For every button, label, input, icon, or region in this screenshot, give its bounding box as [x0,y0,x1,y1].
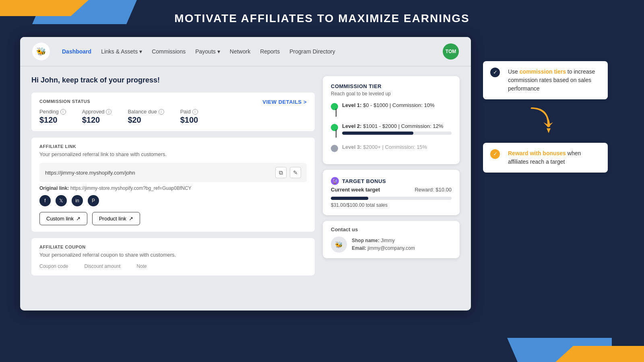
affiliate-link-box: https://jimmy-store.myshopify.com/john ⧉… [39,163,307,182]
check-icon-tiers: ✓ [490,68,500,77]
coupon-table-header: Coupon code Discount amount Note [39,263,307,269]
product-link-button[interactable]: Product link ↗ [92,212,140,225]
twitter-icon[interactable]: 𝕏 [56,195,67,206]
affiliate-coupon-card: AFFILIATE COUPON Your personalized refer… [31,238,315,276]
commission-tier-card: COMMISSION TIER Reach goal to be leveled… [323,76,460,164]
contact-info: 🐝 Shop name: Jimmy Email: jimmy@company.… [331,237,452,253]
check-icon-bonuses: ✓ [490,149,500,159]
affiliate-link-title: AFFILIATE LINK [39,144,307,149]
nav-network[interactable]: Network [230,48,250,55]
tier-level-1: Level 1: $0 - $1000 | Commission: 10% [331,102,452,118]
info-icon-approved: i [106,109,111,115]
affiliate-coupon-desc: Your personalized referral coupon to sha… [39,252,307,258]
tier-connector-1 [336,109,336,117]
tier-dot-3 [331,145,338,152]
nav-commissions[interactable]: Commissions [152,48,186,55]
callouts-panel: ✓ Use commission tiers to increase commi… [479,37,608,311]
highlight-reward-bonuses: Reward with bonuses [508,150,566,156]
affiliate-coupon-title: AFFILIATE COUPON [39,245,307,249]
tier-progress-fill-2 [342,132,413,135]
coupon-col-note: Note [136,263,147,269]
shop-logo: 🐝 [331,237,347,253]
affiliate-link-card: AFFILIATE LINK Your personalized referra… [31,138,315,232]
contact-card: Contact us 🐝 Shop name: Jimmy Email: jim… [323,221,460,258]
right-panel: COMMISSION TIER Reach goal to be leveled… [323,76,460,282]
nav-program-directory[interactable]: Program Directory [289,48,335,55]
social-icons: f 𝕏 in P [39,195,307,206]
coupon-col-discount: Discount amount [84,263,120,269]
nav-reports[interactable]: Reports [260,48,280,55]
user-avatar[interactable]: TOM [443,43,459,60]
shop-details: Shop name: Jimmy Email: jimmy@company.co… [352,237,415,252]
nav-payouts[interactable]: Payouts ▾ [195,48,220,55]
commission-status-title: COMMISSION STATUS View details > [39,99,307,104]
commission-paid: Paid i $100 [180,109,198,125]
external-link-icon: ↗ [129,216,133,222]
app-window: 🐝 Dashboard Links & Assets ▾ Commissions… [20,37,471,311]
bonus-progress-fill [331,197,368,200]
arrow-svg [523,104,555,136]
nav-logo: 🐝 [32,43,50,60]
content-area: Hi John, keep track of your progress! CO… [20,66,471,292]
target-bonus-card: 🔮 TARGET BONUS Current week target Rewar… [323,170,460,215]
commission-tier-title: COMMISSION TIER [331,83,452,89]
left-panel: Hi John, keep track of your progress! CO… [31,76,315,282]
commission-balance-due: Balance due i $20 [128,109,164,125]
greeting-text: Hi John, keep track of your progress! [31,76,315,84]
linkedin-icon[interactable]: in [72,195,83,206]
nav-links-assets[interactable]: Links & Assets ▾ [101,48,142,55]
external-link-icon: ↗ [76,216,80,222]
bonus-progress-bar [331,197,452,200]
nav-dashboard[interactable]: Dashboard [62,48,91,55]
contact-title: Contact us [331,226,452,232]
coupon-col-code: Coupon code [39,263,68,269]
view-details-link[interactable]: View details > [262,99,307,105]
edit-link-button[interactable]: ✎ [290,167,301,178]
highlight-commission-tiers: commission tiers [520,68,566,75]
callout-commission-tiers: ✓ Use commission tiers to increase commi… [483,61,608,99]
tier-dot-1 [331,103,338,110]
bonus-icon: 🔮 [331,177,339,185]
info-icon-pending: i [60,109,66,115]
chevron-down-icon: ▾ [139,48,142,55]
nav-links: Dashboard Links & Assets ▾ Commissions P… [62,48,431,55]
logo-icon: 🐝 [36,47,46,56]
commission-approved: Approved i $120 [82,109,112,125]
info-icon-paid: i [192,109,198,115]
pinterest-icon[interactable]: P [88,195,99,206]
tier-connector-2 [336,130,336,138]
original-link: Original link: https://jimmy-store.mysho… [39,185,307,191]
target-bonus-title: 🔮 TARGET BONUS [331,177,452,185]
commission-status-card: COMMISSION STATUS View details > Pending… [31,93,315,131]
copy-link-button[interactable]: ⧉ [275,167,287,178]
custom-link-button[interactable]: Custom link ↗ [39,212,87,225]
nav-bar: 🐝 Dashboard Links & Assets ▾ Commissions… [20,37,471,66]
action-buttons: Custom link ↗ Product link ↗ [39,212,307,225]
chevron-down-icon: ▾ [217,48,220,55]
tier-level-3: Level 3: $2000+ | Commission: 15% [331,144,452,152]
affiliate-url-text: https://jimmy-store.myshopify.com/john [45,170,135,176]
tier-dot-2 [331,124,338,131]
svg-marker-0 [547,128,551,133]
commission-pending: Pending i $120 [39,109,66,125]
affiliate-link-desc: Your personalized referral link to share… [39,151,307,157]
commission-row: Pending i $120 Approved i $120 [39,109,307,125]
bonus-amount-text: $31.00/$100.00 total sales [331,202,452,208]
tier-level-2: Level 2: $1001 - $2000 | Commission: 12% [331,123,452,139]
callout-reward-bonuses: ✓ Reward with bonuses when affiliates re… [483,143,608,173]
facebook-icon[interactable]: f [39,195,51,206]
tier-progress-2 [342,132,452,135]
bonus-row: Current week target Reward: $10.00 [331,187,452,193]
commission-tier-subtitle: Reach goal to be leveled up [331,91,452,97]
arrow-down-container [483,99,555,143]
info-icon-balance: i [159,109,164,115]
